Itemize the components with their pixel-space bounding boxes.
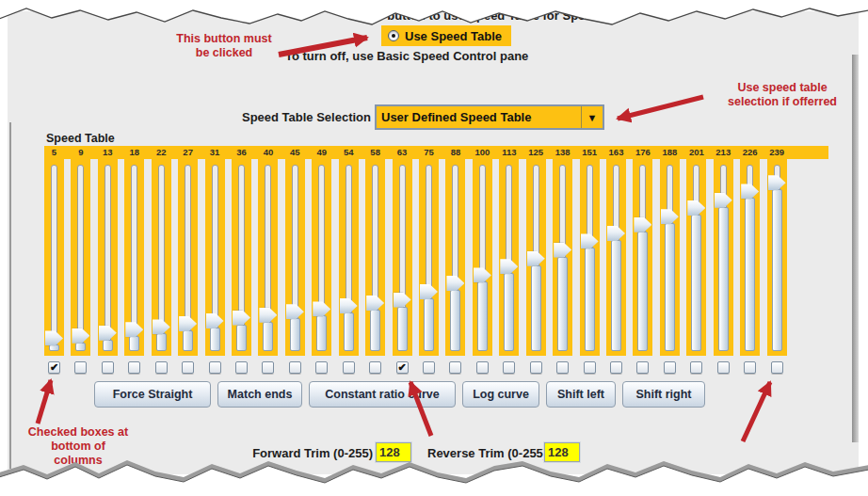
slider-thumb[interactable] xyxy=(45,330,63,345)
slider-thumb[interactable] xyxy=(125,322,143,337)
slider-track[interactable] xyxy=(104,165,111,350)
dropdown-arrow-icon[interactable]: ▼ xyxy=(581,106,603,128)
slider-thumb[interactable] xyxy=(715,193,732,208)
button-force-straight[interactable]: Force Straight xyxy=(94,381,211,408)
slider-thumb[interactable] xyxy=(474,267,491,282)
column-checkbox[interactable] xyxy=(128,361,140,374)
slider-thumb[interactable] xyxy=(446,276,464,291)
column-checkbox-checked[interactable]: ✔ xyxy=(48,361,60,374)
forward-trim-input[interactable] xyxy=(376,442,411,462)
column-checkbox[interactable] xyxy=(343,361,355,374)
column-checkbox[interactable] xyxy=(74,361,87,374)
speed-slider[interactable] xyxy=(660,159,680,356)
speed-slider[interactable] xyxy=(232,159,251,356)
speed-slider[interactable] xyxy=(205,159,225,356)
slider-thumb[interactable] xyxy=(607,226,625,241)
speed-slider[interactable] xyxy=(285,159,305,356)
slider-thumb[interactable] xyxy=(72,328,89,344)
slider-thumb[interactable] xyxy=(420,284,438,299)
speed-slider[interactable] xyxy=(499,159,519,356)
speed-slider[interactable] xyxy=(580,159,600,356)
column-checkbox[interactable] xyxy=(102,361,114,374)
speed-slider[interactable] xyxy=(393,159,412,356)
reverse-trim-input[interactable] xyxy=(544,442,580,462)
button-log-curve[interactable]: Log curve xyxy=(462,381,539,408)
column-checkbox[interactable] xyxy=(209,361,221,374)
slider-thumb[interactable] xyxy=(554,243,571,258)
button-match-ends[interactable]: Match ends xyxy=(217,381,302,408)
column-checkbox[interactable] xyxy=(423,361,435,374)
column-checkbox[interactable] xyxy=(235,361,248,374)
slider-thumb[interactable] xyxy=(206,313,224,328)
slider-thumb[interactable] xyxy=(394,293,411,308)
column-checkbox[interactable] xyxy=(744,361,756,374)
speed-slider[interactable] xyxy=(124,159,144,356)
slider-thumb[interactable] xyxy=(661,209,679,224)
slider-thumb[interactable] xyxy=(286,304,304,319)
column-checkbox-checked[interactable]: ✔ xyxy=(396,361,409,374)
slider-thumb[interactable] xyxy=(366,296,384,311)
column-checkbox[interactable] xyxy=(690,361,702,374)
slider-thumb[interactable] xyxy=(634,217,651,232)
column-checkbox[interactable] xyxy=(476,361,489,374)
speed-slider[interactable] xyxy=(606,159,626,356)
column-checkbox[interactable] xyxy=(503,361,515,374)
column-checkbox[interactable] xyxy=(584,361,596,374)
speed-slider[interactable] xyxy=(526,159,546,356)
slider-thumb[interactable] xyxy=(768,175,786,190)
speed-slider[interactable] xyxy=(178,159,198,356)
speed-slider[interactable] xyxy=(44,159,64,356)
slider-thumb[interactable] xyxy=(153,319,170,334)
column-checkbox[interactable] xyxy=(530,361,542,374)
speed-slider[interactable] xyxy=(445,159,465,356)
slider-thumb[interactable] xyxy=(313,301,330,316)
column-checkbox[interactable] xyxy=(289,361,301,374)
column-checkbox[interactable] xyxy=(717,361,730,374)
button-constant-ratio-curve[interactable]: Constant ratio curve xyxy=(309,381,456,408)
column-checkbox[interactable] xyxy=(262,361,274,374)
speed-slider[interactable] xyxy=(419,159,439,356)
slider-thumb[interactable] xyxy=(581,233,599,248)
speed-slider[interactable] xyxy=(767,159,787,356)
column-checkbox[interactable] xyxy=(369,361,381,374)
slider-track[interactable] xyxy=(51,165,57,350)
column-checkbox[interactable] xyxy=(449,361,461,374)
slider-thumb[interactable] xyxy=(527,251,545,266)
slider-thumb[interactable] xyxy=(179,316,197,331)
slider-thumb[interactable] xyxy=(99,326,117,341)
column-checkbox[interactable] xyxy=(664,361,676,374)
slider-thumb[interactable] xyxy=(233,311,250,326)
column-checkbox[interactable] xyxy=(315,361,328,374)
column-checkbox[interactable] xyxy=(182,361,194,374)
speed-slider[interactable] xyxy=(258,159,278,356)
speed-slider[interactable] xyxy=(714,159,733,356)
speed-slider[interactable] xyxy=(71,159,90,356)
speed-slider[interactable] xyxy=(633,159,652,356)
speed-slider[interactable] xyxy=(553,159,572,356)
column-checkbox[interactable] xyxy=(610,361,622,374)
column-checkbox[interactable] xyxy=(155,361,168,374)
slider-thumb[interactable] xyxy=(259,308,277,323)
slider-thumb[interactable] xyxy=(741,184,759,199)
radio-selected-icon[interactable] xyxy=(388,30,399,41)
button-shift-right[interactable]: Shift right xyxy=(622,381,705,408)
column-checkbox[interactable] xyxy=(556,361,569,374)
speed-slider[interactable] xyxy=(686,159,706,356)
slider-track-fill xyxy=(637,232,648,351)
speed-slider[interactable] xyxy=(339,159,359,356)
column-checkbox[interactable] xyxy=(771,361,783,374)
speed-slider[interactable] xyxy=(740,159,760,356)
speed-table-selection-dropdown[interactable]: User Defined Speed Table ▼ xyxy=(375,104,604,130)
speed-slider[interactable] xyxy=(312,159,331,356)
speed-slider[interactable] xyxy=(473,159,492,356)
slider-thumb[interactable] xyxy=(500,259,518,274)
use-speed-table-option[interactable]: Use Speed Table xyxy=(381,25,511,46)
slider-track[interactable] xyxy=(77,165,84,350)
button-shift-left[interactable]: Shift left xyxy=(546,381,616,408)
speed-slider[interactable] xyxy=(98,159,118,356)
slider-thumb[interactable] xyxy=(687,200,705,216)
speed-slider[interactable] xyxy=(365,159,385,356)
column-checkbox[interactable] xyxy=(636,361,649,374)
slider-thumb[interactable] xyxy=(340,298,358,313)
speed-slider[interactable] xyxy=(152,159,171,356)
